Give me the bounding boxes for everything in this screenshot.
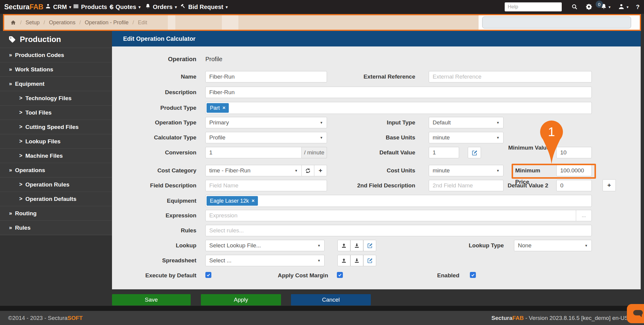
apply-cost-margin-checkbox[interactable] bbox=[337, 272, 343, 278]
enabled-label: Enabled bbox=[399, 272, 459, 279]
chevron-down-icon[interactable]: ▾ bbox=[609, 5, 611, 9]
sidebar-item-operation-defaults[interactable]: >Operation Defaults bbox=[0, 192, 112, 206]
calculator-type-select[interactable]: Profile▼ bbox=[205, 132, 327, 143]
lookup-upload-button[interactable] bbox=[337, 240, 350, 251]
base-units-select[interactable]: minute▼ bbox=[429, 132, 503, 143]
lookup-download-button[interactable] bbox=[350, 240, 363, 251]
cost-units-select[interactable]: minute▼ bbox=[429, 165, 503, 176]
breadcrumb-operation-profile[interactable]: Operation - Profile bbox=[85, 19, 128, 26]
spreadsheet-select[interactable]: Select ...▼ bbox=[205, 255, 325, 266]
chevron-down-icon: ▼ bbox=[585, 244, 588, 247]
chevrons-icon: » bbox=[9, 66, 12, 73]
breadcrumb-setup[interactable]: Setup bbox=[26, 19, 40, 26]
sidebar-header-production[interactable]: Production bbox=[0, 31, 112, 48]
product-type-field[interactable]: Part× bbox=[205, 102, 592, 114]
gear-icon[interactable] bbox=[585, 3, 592, 10]
cost-units-label: Cost Units bbox=[322, 165, 415, 176]
conversion-input[interactable] bbox=[205, 147, 302, 158]
home-icon[interactable] bbox=[10, 19, 16, 25]
save-button[interactable]: Save bbox=[112, 294, 191, 306]
spreadsheet-upload-button[interactable] bbox=[337, 255, 350, 266]
chevron-down-icon[interactable]: ▾ bbox=[627, 5, 629, 9]
operation-type-select[interactable]: Primary▼ bbox=[205, 117, 327, 128]
nav-menu-products[interactable]: Products ▾ bbox=[73, 0, 111, 14]
page-title: Edit Operation Calculator bbox=[123, 31, 195, 46]
sidebar-item-work-stations[interactable]: »Work Stations bbox=[0, 62, 112, 77]
rules-input[interactable] bbox=[205, 225, 592, 236]
footer-divider bbox=[0, 306, 644, 311]
help-icon[interactable]: ? bbox=[636, 0, 639, 14]
help-search-input[interactable] bbox=[505, 2, 562, 11]
breadcrumb-operations[interactable]: Operations bbox=[49, 19, 75, 26]
expression-input[interactable] bbox=[205, 210, 576, 221]
sidebar-item-label: Routing bbox=[15, 210, 37, 217]
sidebar-item-label: Lookup Files bbox=[26, 138, 61, 145]
sidebar-item-rules[interactable]: »Rules bbox=[0, 221, 112, 235]
sidebar-item-technology-files[interactable]: >Technology Files bbox=[0, 91, 112, 106]
cost-category-refresh-button[interactable] bbox=[301, 165, 314, 176]
default-value-2-input[interactable] bbox=[556, 180, 592, 191]
field-description-label: Field Description bbox=[112, 180, 196, 191]
download-icon bbox=[354, 258, 360, 264]
sidebar-item-routing[interactable]: »Routing bbox=[0, 206, 112, 221]
chat-widget-button[interactable] bbox=[627, 304, 644, 323]
conversion-label: Conversion bbox=[112, 147, 196, 158]
copyright-brand: SOFT bbox=[68, 315, 83, 321]
nav-menu-orders-label: Orders bbox=[153, 4, 173, 10]
default-value-edit-button[interactable] bbox=[468, 147, 481, 158]
chevron-down-icon: ▼ bbox=[317, 259, 321, 262]
selected-value: Select ... bbox=[209, 257, 231, 264]
sidebar-item-lookup-files[interactable]: >Lookup Files bbox=[0, 134, 112, 149]
cost-category-label: Cost Category bbox=[112, 165, 196, 176]
spreadsheet-download-button[interactable] bbox=[350, 255, 363, 266]
name-input[interactable] bbox=[205, 71, 327, 82]
chat-bubble-icon bbox=[632, 309, 644, 319]
nav-menu-bid-request[interactable]: Bid Request ▾ bbox=[180, 0, 228, 14]
input-type-select[interactable]: Default▼ bbox=[429, 117, 503, 128]
minimum-price-input[interactable] bbox=[556, 165, 592, 176]
sidebar-item-operations[interactable]: »Operations bbox=[0, 163, 112, 177]
plus-icon: + bbox=[319, 167, 322, 174]
nav-menu-orders[interactable]: Orders ▾ bbox=[145, 0, 177, 14]
user-account-icon[interactable] bbox=[618, 3, 625, 10]
lookup-type-select[interactable]: None▼ bbox=[514, 240, 592, 251]
enabled-checkbox[interactable] bbox=[470, 272, 476, 278]
spreadsheet-edit-button[interactable] bbox=[363, 255, 376, 266]
brand-logo[interactable]: SecturaFAB bbox=[4, 0, 43, 14]
apply-button[interactable]: Apply bbox=[201, 294, 281, 306]
product-type-tag: Part× bbox=[207, 103, 229, 113]
sidebar-item-label: Equipment bbox=[15, 81, 44, 87]
external-reference-input[interactable] bbox=[429, 71, 592, 82]
sidebar-item-cutting-speed-files[interactable]: >Cutting Speed Files bbox=[0, 120, 112, 134]
sidebar-item-equipment[interactable]: »Equipment bbox=[0, 77, 112, 91]
sidebar-item-production-codes[interactable]: »Production Codes bbox=[0, 48, 112, 62]
nav-menu-products-label: Products bbox=[81, 4, 107, 10]
default-value-label: Default Value bbox=[322, 147, 415, 158]
nav-menu-crm[interactable]: CRM ▾ bbox=[45, 0, 71, 14]
search-icon[interactable] bbox=[571, 4, 578, 10]
chevron-down-icon: ▾ bbox=[226, 5, 228, 9]
tag-label: Eagle Laser 12k bbox=[210, 198, 249, 204]
chevron-down-icon: ▼ bbox=[496, 121, 500, 124]
sidebar-item-label: Cutting Speed Files bbox=[26, 124, 79, 130]
cancel-button[interactable]: Cancel bbox=[291, 294, 371, 306]
add-field-button[interactable]: + bbox=[603, 179, 616, 191]
description-input[interactable] bbox=[205, 87, 592, 98]
remove-tag-icon[interactable]: × bbox=[222, 105, 225, 111]
lookup-select[interactable]: Select Lookup File...▼ bbox=[205, 240, 325, 251]
sidebar-item-machine-files[interactable]: >Machine Files bbox=[0, 149, 112, 163]
sidebar-item-tool-files[interactable]: >Tool Files bbox=[0, 106, 112, 120]
person-icon bbox=[45, 3, 51, 11]
nav-menu-quotes[interactable]: $ Quotes ▾ bbox=[110, 0, 141, 14]
default-value-input[interactable] bbox=[429, 147, 459, 158]
execute-by-default-checkbox[interactable] bbox=[205, 272, 211, 278]
equipment-field[interactable]: Eagle Laser 12k× bbox=[205, 195, 592, 207]
lookup-type-label: Lookup Type bbox=[444, 240, 504, 251]
cost-category-select[interactable]: time - Fiber-Run▼ bbox=[205, 165, 302, 176]
sidebar-item-operation-rules[interactable]: >Operation Rules bbox=[0, 177, 112, 192]
chevron-icon: > bbox=[19, 109, 23, 116]
lookup-edit-button[interactable] bbox=[363, 240, 376, 251]
expression-editor-button[interactable]: ... bbox=[576, 210, 592, 221]
remove-tag-icon[interactable]: × bbox=[252, 198, 255, 204]
field-description-input[interactable] bbox=[205, 180, 327, 191]
